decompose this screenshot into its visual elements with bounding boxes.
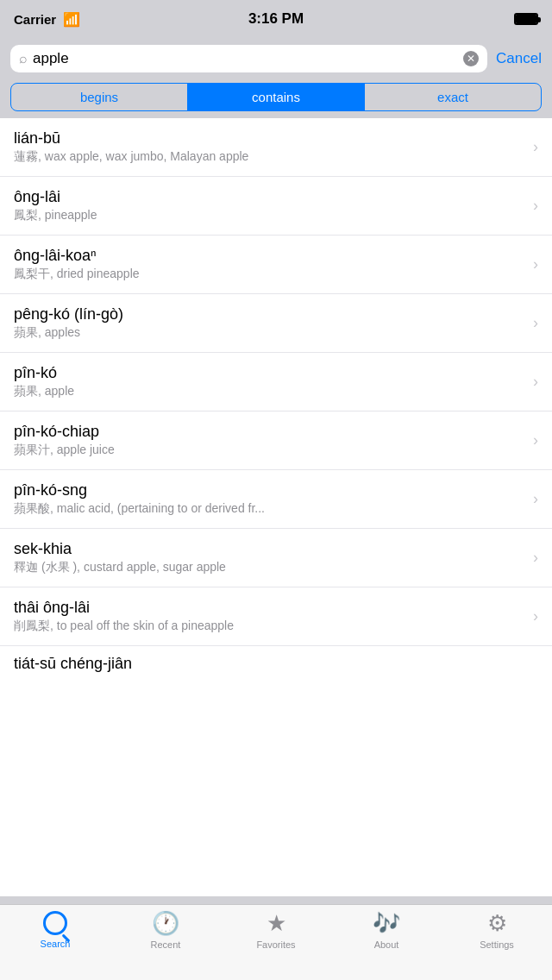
list-item-subtitle: 蘋果, apples xyxy=(14,325,526,341)
about-icon: 🎶 xyxy=(373,910,400,937)
list-item-content: sek-khia 釋迦 (水果 ), custard apple, sugar … xyxy=(14,540,526,575)
list-item-content: thâi ông-lâi 削鳳梨, to peal off the skin o… xyxy=(14,599,526,634)
chevron-right-icon: › xyxy=(533,549,538,567)
cancel-button[interactable]: Cancel xyxy=(496,50,542,67)
chevron-right-icon: › xyxy=(533,431,538,449)
list-item-content: pêng-kó (lín-gò) 蘋果, apples xyxy=(14,305,526,341)
search-input-wrapper[interactable]: ⌕ apple ✕ xyxy=(10,45,487,72)
list-item-title: lián-bū xyxy=(14,129,526,148)
tab-favorites[interactable]: ★ Favorites xyxy=(221,910,331,950)
list-item-title: pêng-kó (lín-gò) xyxy=(14,305,526,324)
chevron-right-icon: › xyxy=(533,490,538,508)
settings-icon: ⚙ xyxy=(487,910,507,937)
segment-exact[interactable]: exact xyxy=(364,84,541,110)
list-item[interactable]: ông-lâi-koaⁿ 鳳梨干, dried pineapple › xyxy=(0,236,552,294)
list-item-title: thâi ông-lâi xyxy=(14,599,526,617)
list-item-subtitle: 釋迦 (水果 ), custard apple, sugar apple xyxy=(14,560,526,575)
list-item-content: pîn-kó-sng 蘋果酸, malic acid, (pertaining … xyxy=(14,481,526,517)
search-icon: ⌕ xyxy=(19,51,28,66)
list-item-subtitle: 蓮霧, wax apple, wax jumbo, Malayan apple xyxy=(14,149,526,165)
list-item-content: ông-lâi-koaⁿ 鳳梨干, dried pineapple xyxy=(14,247,526,282)
list-item[interactable]: sek-khia 釋迦 (水果 ), custard apple, sugar … xyxy=(0,529,552,587)
list-item-content: pîn-kó 蘋果, apple xyxy=(14,364,526,399)
list-item-subtitle: 蘋果酸, malic acid, (pertaining to or deriv… xyxy=(14,501,526,517)
list-item-subtitle: 蘋果汁, apple juice xyxy=(14,443,526,458)
list-item[interactable]: lián-bū 蓮霧, wax apple, wax jumbo, Malaya… xyxy=(0,118,552,177)
list-item-title: pîn-kó-chiap xyxy=(14,423,526,441)
status-bar: Carrier 📶 3:16 PM xyxy=(0,0,552,38)
chevron-right-icon: › xyxy=(533,373,538,391)
segment-wrapper: begins contains exact xyxy=(10,83,542,111)
list-item[interactable]: pîn-kó-sng 蘋果酸, malic acid, (pertaining … xyxy=(0,470,552,529)
clock: 3:16 PM xyxy=(248,10,304,28)
segment-begins[interactable]: begins xyxy=(11,84,187,110)
list-item[interactable]: pîn-kó 蘋果, apple › xyxy=(0,353,552,411)
list-item-partial[interactable]: tiát-sū chéng-jiân xyxy=(0,646,552,682)
clear-button[interactable]: ✕ xyxy=(463,51,479,66)
battery-icon xyxy=(514,13,538,25)
list-item-content: pîn-kó-chiap 蘋果汁, apple juice xyxy=(14,423,526,458)
chevron-right-icon: › xyxy=(533,607,538,625)
wifi-icon: 📶 xyxy=(63,11,80,28)
list-item-subtitle: 鳳梨, pineapple xyxy=(14,208,526,223)
segment-control: begins contains exact xyxy=(0,79,552,118)
tab-favorites-label: Favorites xyxy=(256,939,295,950)
tab-search[interactable]: Search xyxy=(0,910,110,949)
tab-recent[interactable]: 🕐 Recent xyxy=(110,910,221,950)
tab-bar: Search 🕐 Recent ★ Favorites 🎶 About ⚙ Se… xyxy=(0,904,552,980)
list-item-title: ông-lâi xyxy=(14,188,526,206)
list-item[interactable]: pêng-kó (lín-gò) 蘋果, apples › xyxy=(0,294,552,353)
list-item-content: lián-bū 蓮霧, wax apple, wax jumbo, Malaya… xyxy=(14,129,526,165)
list-item-title: pîn-kó xyxy=(14,364,526,382)
list-item-title: pîn-kó-sng xyxy=(14,481,526,499)
search-tab-icon xyxy=(43,911,67,935)
chevron-right-icon: › xyxy=(533,197,538,215)
chevron-right-icon: › xyxy=(533,314,538,332)
chevron-right-icon: › xyxy=(533,138,538,156)
tab-about-label: About xyxy=(374,939,399,950)
list-item[interactable]: pîn-kó-chiap 蘋果汁, apple juice › xyxy=(0,411,552,470)
list-item-title: sek-khia xyxy=(14,540,526,558)
list-item[interactable]: ông-lâi 鳳梨, pineapple › xyxy=(0,177,552,236)
carrier-label: Carrier xyxy=(14,12,56,27)
segment-contains[interactable]: contains xyxy=(187,84,364,110)
list-item-subtitle: 削鳳梨, to peal off the skin of a pineapple xyxy=(14,619,526,634)
results-list: lián-bū 蓮霧, wax apple, wax jumbo, Malaya… xyxy=(0,118,552,896)
tab-about[interactable]: 🎶 About xyxy=(331,910,442,950)
search-input[interactable]: apple xyxy=(33,50,458,67)
list-item-content: ông-lâi 鳳梨, pineapple xyxy=(14,188,526,223)
favorites-icon: ★ xyxy=(267,910,286,937)
list-item-subtitle: 蘋果, apple xyxy=(14,384,526,399)
list-item-title: ông-lâi-koaⁿ xyxy=(14,247,526,265)
chevron-right-icon: › xyxy=(533,255,538,273)
tab-recent-label: Recent xyxy=(151,939,181,950)
tab-settings[interactable]: ⚙ Settings xyxy=(442,910,552,950)
search-bar-container: ⌕ apple ✕ Cancel xyxy=(0,38,552,79)
recent-icon: 🕐 xyxy=(152,910,179,937)
list-item[interactable]: thâi ông-lâi 削鳳梨, to peal off the skin o… xyxy=(0,587,552,646)
list-item-subtitle: 鳳梨干, dried pineapple xyxy=(14,267,526,282)
tab-settings-label: Settings xyxy=(480,939,514,950)
